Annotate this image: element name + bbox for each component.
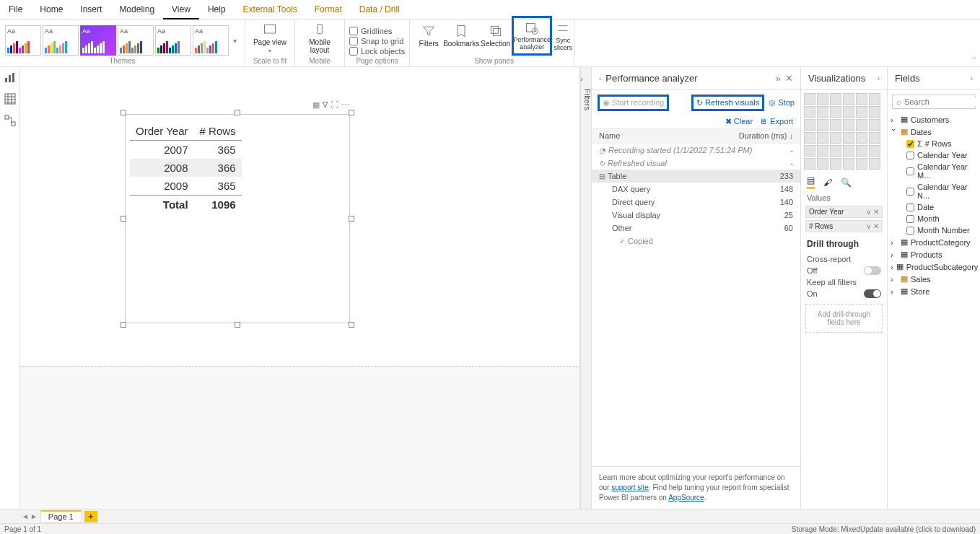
viz-type-icon[interactable] — [856, 158, 867, 170]
report-view-icon[interactable] — [4, 71, 16, 83]
refresh-visuals-button[interactable]: ↻ Refresh visuals — [691, 95, 764, 111]
viz-type-icon[interactable] — [856, 93, 867, 105]
viz-type-icon[interactable] — [856, 106, 867, 118]
menu-external-tools[interactable]: External Tools — [235, 0, 306, 19]
sync-slicers-button[interactable]: Sync slicers — [552, 16, 574, 56]
viz-type-icon[interactable] — [856, 145, 867, 157]
field-table[interactable]: ›▦Products — [891, 248, 977, 261]
page-tab[interactable]: Page 1 — [40, 510, 82, 522]
stop-button[interactable]: ◎ Stop — [769, 98, 795, 108]
perf-row[interactable]: ⊟Table233 — [592, 170, 800, 183]
viz-type-icon[interactable] — [869, 158, 880, 170]
perf-row[interactable]: ✓Copied — [592, 235, 800, 248]
field-table[interactable]: ›▦Sales — [891, 273, 977, 285]
menu-modeling[interactable]: Modeling — [110, 0, 163, 19]
support-link[interactable]: support site — [611, 483, 649, 491]
fields-collapse-icon[interactable]: › — [971, 74, 973, 82]
viz-type-icon[interactable] — [804, 158, 815, 170]
perf-row[interactable]: Direct query140 — [592, 196, 800, 209]
viz-type-icon[interactable] — [856, 119, 867, 131]
perf-row[interactable]: Visual display25 — [592, 209, 800, 222]
visual-funnel-icon[interactable]: ∇ — [323, 100, 328, 110]
menu-file[interactable]: File — [0, 0, 31, 19]
viz-type-icon[interactable] — [817, 93, 828, 105]
viz-type-icon[interactable] — [843, 93, 854, 105]
data-view-icon[interactable] — [4, 93, 16, 105]
field-item[interactable]: Month — [891, 213, 977, 224]
menu-view[interactable]: View — [163, 0, 199, 19]
bookmarks-button[interactable]: Bookmarks — [443, 16, 479, 56]
viz-type-icon[interactable] — [804, 119, 815, 131]
mobile-layout-button[interactable]: Mobile layout — [299, 21, 340, 56]
table-visual[interactable]: ▦ ∇ ⛶ ⋯ Order Year# Rows2007365200836620… — [125, 114, 350, 323]
theme-swatch[interactable]: Aa — [80, 25, 116, 56]
add-page-button[interactable]: + — [84, 511, 97, 522]
pane-popout-icon[interactable]: » — [776, 73, 781, 84]
snap-checkbox[interactable]: Snap to grid — [349, 37, 405, 45]
viz-type-icon[interactable] — [869, 119, 880, 131]
viz-type-icon[interactable] — [804, 145, 815, 157]
analytics-tab-icon[interactable]: 🔍 — [841, 178, 852, 188]
viz-type-icon[interactable] — [843, 132, 854, 144]
appsource-link[interactable]: AppSource — [668, 494, 704, 502]
theme-swatch[interactable]: Aa — [43, 25, 79, 56]
lock-checkbox[interactable]: Lock objects — [349, 47, 405, 56]
themes-dropdown-icon[interactable]: ▾ — [230, 37, 240, 45]
menu-help[interactable]: Help — [199, 0, 235, 19]
viz-type-icon[interactable] — [869, 93, 880, 105]
viz-type-icon[interactable] — [843, 119, 854, 131]
field-table[interactable]: ›▦ProductCategory — [891, 236, 977, 248]
model-view-icon[interactable] — [4, 115, 16, 126]
page-view-button[interactable]: Page view ▾ — [250, 21, 290, 56]
viz-type-icon[interactable] — [804, 106, 815, 118]
field-item[interactable]: Month Number — [891, 224, 977, 236]
viz-type-icon[interactable] — [817, 119, 828, 131]
viz-type-icon[interactable] — [804, 93, 815, 105]
menu-data-drill[interactable]: Data / Drill — [351, 0, 408, 19]
tab-prev-icon[interactable]: ◄ — [22, 512, 29, 520]
drill-drop-area[interactable]: Add drill-through fields here — [805, 304, 883, 333]
clear-button[interactable]: ✖ Clear — [725, 117, 753, 126]
menu-insert[interactable]: Insert — [71, 0, 110, 19]
viz-type-icon[interactable] — [817, 132, 828, 144]
field-table[interactable]: ›▦ProductSubcategory — [891, 261, 977, 273]
viz-type-icon[interactable] — [843, 158, 854, 170]
start-recording-button[interactable]: ◉ Start recording — [598, 95, 669, 111]
viz-type-icon[interactable] — [817, 158, 828, 170]
viz-type-icon[interactable] — [869, 132, 880, 144]
selection-button[interactable]: Selection — [479, 16, 512, 56]
viz-type-icon[interactable] — [830, 93, 841, 105]
theme-swatch[interactable]: Aa — [118, 25, 154, 56]
visual-focus-icon[interactable]: ⛶ — [331, 100, 338, 110]
field-table[interactable]: ›▦Dates — [891, 126, 977, 138]
viz-type-icon[interactable] — [804, 132, 815, 144]
performance-analyzer-button[interactable]: Performance analyzer — [512, 16, 552, 56]
canvas[interactable]: ▦ ∇ ⛶ ⋯ Order Year# Rows2007365200836620… — [20, 67, 580, 509]
export-button[interactable]: 🗎 Export — [760, 117, 793, 126]
viz-type-icon[interactable] — [869, 106, 880, 118]
search-input[interactable] — [904, 97, 980, 106]
filters-pane-button[interactable]: Filters — [414, 16, 443, 56]
gridlines-checkbox[interactable]: Gridlines — [349, 27, 405, 35]
filters-collapsed-tab[interactable]: › Filters — [580, 67, 592, 509]
viz-type-icon[interactable] — [830, 119, 841, 131]
perf-row[interactable]: DAX query148 — [592, 183, 800, 196]
viz-type-icon[interactable] — [830, 145, 841, 157]
field-item[interactable]: Calendar Year M... — [891, 161, 977, 181]
pane-close-icon[interactable]: ✕ — [785, 73, 793, 84]
cross-report-toggle[interactable] — [864, 266, 881, 275]
viz-type-icon[interactable] — [869, 145, 880, 157]
theme-swatch[interactable]: Aa — [155, 25, 191, 56]
fields-tab-icon[interactable]: ▤ — [807, 175, 815, 189]
field-item[interactable]: Date — [891, 201, 977, 213]
field-item[interactable]: Calendar Year — [891, 149, 977, 161]
viz-type-icon[interactable] — [817, 106, 828, 118]
viz-type-icon[interactable] — [830, 158, 841, 170]
tab-next-icon[interactable]: ► — [30, 512, 38, 520]
menu-home[interactable]: Home — [31, 0, 71, 19]
value-pill[interactable]: Order Year∨ ✕ — [805, 206, 883, 218]
visual-more-icon[interactable]: ⋯ — [341, 100, 349, 110]
theme-swatch[interactable]: Aa — [193, 25, 229, 56]
field-item[interactable]: Calendar Year N... — [891, 181, 977, 201]
fields-search[interactable]: ⌕ — [892, 95, 976, 109]
